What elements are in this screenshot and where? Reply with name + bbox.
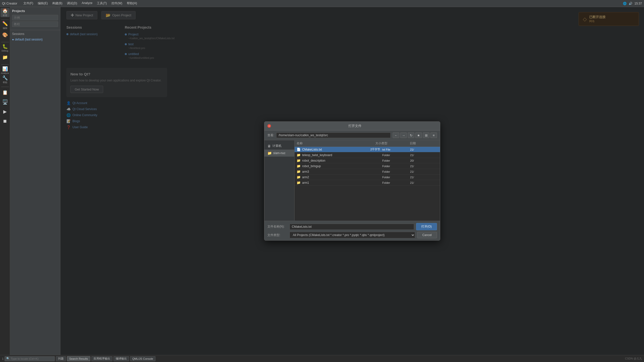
file-row-2[interactable]: 📁 robot_description Folder 20/ bbox=[295, 158, 440, 163]
file-row-4[interactable]: 📁 arm3 Folder 21/ bbox=[295, 169, 440, 174]
file-type-4: Folder bbox=[382, 170, 410, 173]
debug-icon-group: 🐛 Debug 📁 bbox=[0, 43, 10, 62]
bottom-bar: 1 🔍 问题 Search Results 应用程序输出 编译输出 QML/JS… bbox=[0, 355, 644, 362]
file-type-3: Folder bbox=[382, 165, 410, 168]
tab-compile-output[interactable]: 编译输出 bbox=[113, 356, 129, 361]
file-date-0: 21/ bbox=[410, 148, 438, 151]
menu-analyze[interactable]: Analyze bbox=[80, 1, 95, 6]
sidebar-icon-extra1[interactable]: 📋 bbox=[1, 88, 10, 97]
file-name-5: arm2 bbox=[302, 175, 309, 179]
filename-input[interactable] bbox=[290, 224, 414, 230]
menu-widget[interactable]: 控件(W) bbox=[109, 1, 124, 6]
edit-label: 编辑 bbox=[3, 27, 7, 30]
file-row-3[interactable]: 📁 robot_bringup Folder 21/ bbox=[295, 163, 440, 169]
open-button[interactable]: 打开(O) bbox=[416, 223, 437, 230]
session-label: default (last session) bbox=[15, 38, 43, 41]
left-panel: Projects Sessions ● default (last sessio… bbox=[10, 7, 60, 355]
sidebar-icon-projects[interactable]: 📁 bbox=[1, 53, 10, 62]
tab-issues[interactable]: 问题 bbox=[56, 356, 66, 361]
slam-nuc-icon: 📁 bbox=[267, 151, 272, 155]
computer-label: 计算机 bbox=[272, 144, 281, 148]
file-name-2: robot_description bbox=[302, 159, 325, 162]
sidebar-separator-2 bbox=[1, 42, 9, 42]
slam-nuc-label: slam-nuc bbox=[273, 151, 286, 155]
tab-app-output[interactable]: 应用程序输出 bbox=[91, 356, 112, 361]
back-button[interactable]: ← bbox=[393, 132, 399, 138]
menu-edit[interactable]: 编辑(E) bbox=[36, 1, 50, 6]
page-number: 1 bbox=[2, 357, 4, 360]
file-dialog: ✕ 打开文件 查看: ← → ↻ ★ ⊞ ≡ bbox=[264, 121, 440, 241]
dialog-titlebar: ✕ 打开文件 bbox=[264, 122, 440, 130]
sidebar-icon-extra2[interactable]: 🖥️ bbox=[1, 98, 10, 107]
filetype-row: 文件类型: All Projects (CMakeLists.txt *.cre… bbox=[267, 232, 437, 238]
welcome-icon-group: 🏠 欢迎 bbox=[0, 8, 10, 18]
file-name-4: arm3 bbox=[302, 170, 309, 173]
file-type-0: txt File bbox=[382, 148, 410, 151]
menu-tools[interactable]: 工具(T) bbox=[95, 1, 109, 6]
file-size-0: 2千字节 bbox=[352, 148, 382, 151]
col-header-size: 大小 bbox=[353, 141, 381, 146]
sidebar-icon-analyze[interactable]: 📊 Analyze bbox=[1, 66, 10, 75]
menu-build[interactable]: 构建(B) bbox=[50, 1, 64, 6]
tab-search-results[interactable]: Search Results bbox=[67, 356, 90, 361]
file-list-header: 名称 大小 类型 日期 bbox=[295, 140, 440, 147]
file-type-1: Folder bbox=[382, 154, 410, 157]
dialog-main: 名称 大小 类型 日期 📄 CMakeLists.txt 2 bbox=[295, 140, 440, 221]
file-row-0[interactable]: 📄 CMakeLists.txt 2千字节 txt File 21/ bbox=[295, 147, 440, 152]
col-header-type: 类型 bbox=[381, 141, 410, 146]
file-row-1[interactable]: 📁 teleop_twist_keyboard Folder 21/ bbox=[295, 152, 440, 158]
bookmark-button[interactable]: ★ bbox=[415, 132, 422, 138]
list-view-button[interactable]: ≡ bbox=[430, 132, 437, 138]
menu-file[interactable]: 文件(F) bbox=[21, 1, 35, 6]
sidebar-icon-debug[interactable]: 🐛 Debug bbox=[1, 43, 10, 52]
sidebar-slam-nuc[interactable]: 📁 slam-nuc bbox=[264, 150, 294, 157]
analyze-label: Analyze bbox=[1, 72, 9, 74]
session-item-default[interactable]: ● default (last session) bbox=[12, 37, 58, 42]
taskbar-search[interactable]: 🔍 bbox=[5, 356, 55, 361]
file-icon-3: 📁 bbox=[297, 164, 301, 168]
file-date-6: 21/ bbox=[410, 181, 438, 184]
tools-label: 帮助 bbox=[3, 81, 7, 84]
app-output-label: 应用程序输出 bbox=[94, 357, 110, 360]
dialog-close-button[interactable]: ✕ bbox=[267, 124, 271, 128]
sessions-title: Sessions bbox=[12, 32, 58, 36]
forward-button[interactable]: → bbox=[400, 132, 407, 138]
main-layout: 🏠 欢迎 ✏️ 编辑 🎨 🐛 Debug bbox=[0, 7, 644, 355]
file-name-1: teleop_twist_keyboard bbox=[302, 153, 332, 157]
issues-label: 问题 bbox=[58, 357, 64, 360]
menu-help[interactable]: 帮助(H) bbox=[125, 1, 139, 6]
path-input[interactable] bbox=[276, 132, 391, 138]
sidebar-icon-design[interactable]: 🎨 bbox=[1, 30, 10, 39]
search-input[interactable] bbox=[11, 357, 51, 360]
dialog-footer: 文件名称(N): 打开(O) 文件类型: All Projects (CMake… bbox=[264, 221, 440, 240]
tutorials-filter[interactable] bbox=[12, 21, 58, 27]
menu-debug[interactable]: 调试(D) bbox=[65, 1, 79, 6]
sidebar-separator-4 bbox=[1, 87, 9, 87]
file-row-6[interactable]: 📁 arm1 Folder 21/ bbox=[295, 180, 440, 186]
search-results-label: Search Results bbox=[69, 357, 88, 360]
sidebar-icon-extra4[interactable]: ⏹ bbox=[1, 117, 10, 126]
file-icon-1: 📁 bbox=[297, 153, 301, 157]
extra-icon-group: 📋 🖥️ ▶ ⏹ bbox=[0, 88, 10, 126]
sidebar-computer[interactable]: 🖥 计算机 bbox=[264, 142, 294, 150]
dialog-toolbar: 查看: ← → ↻ ★ ⊞ ≡ bbox=[264, 130, 440, 140]
main-content: ✚ New Project 📂 Open Project Sessions de… bbox=[60, 7, 644, 355]
sidebar-icon-edit[interactable]: ✏️ 编辑 bbox=[1, 21, 10, 30]
file-type-6: Folder bbox=[382, 181, 410, 184]
file-list: 📄 CMakeLists.txt 2千字节 txt File 21/ 📁 bbox=[295, 147, 440, 221]
file-icon-0: 📄 bbox=[297, 148, 301, 151]
file-icon-6: 📁 bbox=[297, 181, 301, 185]
tab-qml-console[interactable]: QML/JS Console bbox=[130, 356, 155, 361]
refresh-button[interactable]: ↻ bbox=[408, 132, 414, 138]
filetype-select[interactable]: All Projects (CMakeLists.txt *.creator *… bbox=[290, 232, 415, 238]
projects-title: Projects bbox=[12, 9, 58, 13]
projects-filter[interactable] bbox=[12, 15, 58, 20]
file-date-2: 20/ bbox=[410, 159, 438, 162]
grid-view-button[interactable]: ⊞ bbox=[423, 132, 429, 138]
file-icon-5: 📁 bbox=[297, 175, 301, 179]
sidebar-icon-extra3[interactable]: ▶ bbox=[1, 107, 10, 116]
sidebar-icon-welcome[interactable]: 🏠 欢迎 bbox=[1, 8, 10, 17]
sidebar-icon-tools[interactable]: 🔧 帮助 bbox=[1, 75, 10, 84]
cancel-button[interactable]: Cancel bbox=[417, 232, 437, 238]
file-row-5[interactable]: 📁 arm2 Folder 21/ bbox=[295, 174, 440, 180]
